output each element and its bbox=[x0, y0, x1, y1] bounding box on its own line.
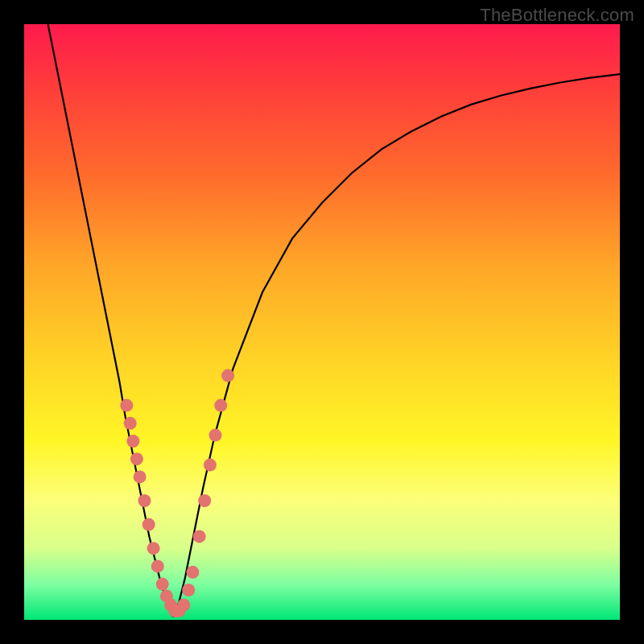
scatter-point bbox=[147, 542, 160, 555]
scatter-point bbox=[138, 494, 151, 507]
chart-frame: TheBottleneck.com bbox=[0, 0, 644, 644]
scatter-point bbox=[198, 494, 211, 507]
scatter-point bbox=[120, 399, 133, 412]
watermark-text: TheBottleneck.com bbox=[480, 5, 634, 26]
scatter-point bbox=[124, 417, 137, 430]
scatter-point bbox=[151, 559, 164, 572]
curve-left bbox=[48, 24, 173, 617]
scatter-point bbox=[156, 578, 169, 591]
chart-svg bbox=[24, 24, 620, 620]
scatter-points bbox=[120, 369, 234, 617]
scatter-point bbox=[126, 435, 139, 448]
scatter-point bbox=[209, 429, 222, 442]
scatter-point bbox=[186, 566, 199, 579]
scatter-point bbox=[142, 518, 155, 531]
scatter-point bbox=[214, 399, 227, 412]
curve-right bbox=[173, 74, 620, 617]
scatter-point bbox=[134, 470, 147, 483]
scatter-point bbox=[204, 459, 217, 472]
scatter-point bbox=[130, 452, 143, 465]
scatter-point bbox=[221, 369, 234, 382]
scatter-point bbox=[182, 584, 195, 597]
scatter-point bbox=[193, 530, 206, 543]
plot-area bbox=[24, 24, 620, 620]
scatter-point bbox=[177, 599, 190, 612]
